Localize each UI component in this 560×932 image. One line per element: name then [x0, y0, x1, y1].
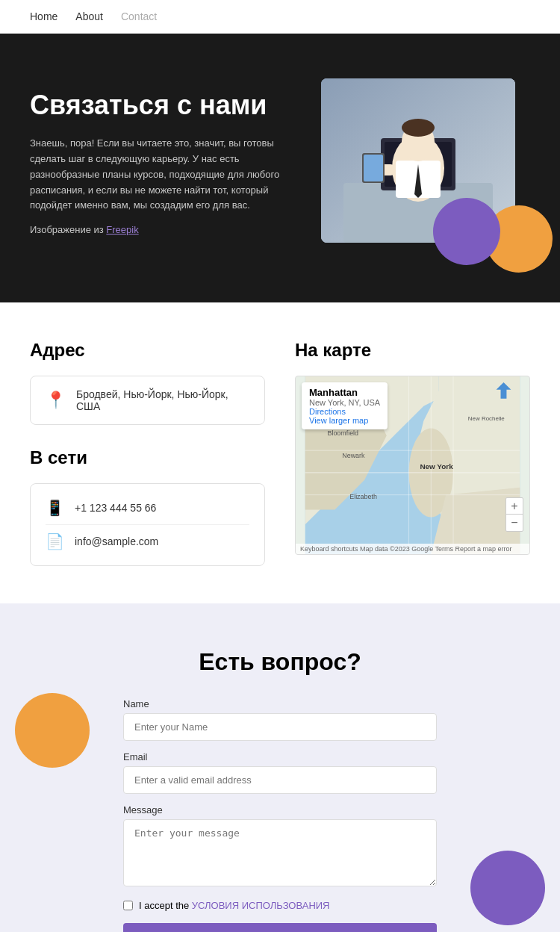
- network-title: В сети: [30, 447, 265, 468]
- hero-body: Знаешь, пора! Если вы читаете это, значи…: [30, 136, 291, 214]
- checkbox-label: I accept the УСЛОВИЯ ИСПОЛЬЗОВАНИЯ: [139, 900, 330, 911]
- hero-credit-prefix: Изображение из: [30, 224, 106, 235]
- network-box: 📱 +1 123 444 55 66 📄 info@sample.com: [30, 483, 265, 566]
- map-city: Manhattan: [309, 387, 380, 398]
- message-textarea[interactable]: [123, 819, 437, 886]
- nav-about[interactable]: About: [75, 10, 103, 22]
- phone-item: 📱 +1 123 444 55 66: [46, 491, 249, 525]
- map-zoom-controls[interactable]: + −: [505, 497, 523, 532]
- email-item: 📄 info@sample.com: [46, 525, 249, 558]
- map-info-box: Manhattan New York, NY, USA Directions V…: [302, 382, 388, 429]
- name-label: Name: [123, 698, 437, 709]
- address-box: 📍 Бродвей, Нью-Йорк, Нью-Йорк, США: [30, 376, 265, 425]
- nav-home[interactable]: Home: [30, 10, 57, 22]
- name-group: Name: [123, 698, 437, 741]
- email-group: Email: [123, 751, 437, 794]
- nav-contact[interactable]: Contact: [121, 10, 157, 22]
- hero-credit: Изображение из Freepik: [30, 223, 291, 238]
- submit-button[interactable]: ПРЕДСТАВЛЯТЬ НА РАССМОТРЕНИЕ: [123, 923, 437, 932]
- form-container: Name Email Message I accept the УСЛОВИЯ …: [123, 698, 437, 932]
- message-label: Message: [123, 804, 437, 816]
- hero-left: Связаться с нами Знаешь, пора! Если вы ч…: [30, 89, 291, 247]
- hero-right: [321, 78, 530, 258]
- contact-left: Адрес 📍 Бродвей, Нью-Йорк, Нью-Йорк, США…: [30, 340, 265, 566]
- freepik-link[interactable]: Freepik: [106, 224, 138, 235]
- zoom-in-button[interactable]: +: [506, 498, 523, 515]
- contact-section: Адрес 📍 Бродвей, Нью-Йорк, Нью-Йорк, США…: [0, 302, 560, 603]
- form-section: Есть вопрос? Name Email Message I accept…: [0, 603, 560, 932]
- address-title: Адрес: [30, 340, 265, 361]
- svg-text:New Rochelle: New Rochelle: [468, 416, 505, 423]
- map-title: На карте: [295, 340, 530, 361]
- message-group: Message: [123, 804, 437, 889]
- form-title: Есть вопрос?: [30, 648, 530, 676]
- email-value: info@sample.com: [75, 535, 158, 547]
- map-state: New York, NY, USA: [309, 398, 380, 407]
- address-value: Бродвей, Нью-Йорк, Нью-Йорк, США: [76, 388, 249, 412]
- navigation: Home About Contact: [0, 0, 560, 34]
- email-icon: 📄: [46, 532, 64, 550]
- svg-text:Elizabeth: Elizabeth: [349, 493, 377, 500]
- svg-rect-12: [364, 155, 383, 181]
- location-icon: 📍: [46, 391, 66, 410]
- checkbox-prefix: I accept the: [139, 900, 192, 911]
- hero-circle-purple: [433, 198, 500, 265]
- map-directions-link[interactable]: Directions: [309, 407, 380, 416]
- contact-right: На карте: [295, 340, 530, 566]
- hero-title: Связаться с нами: [30, 89, 291, 121]
- name-input[interactable]: [123, 713, 437, 741]
- svg-text:Bloomfield: Bloomfield: [327, 429, 358, 437]
- phone-value: +1 123 444 55 66: [75, 502, 156, 514]
- zoom-out-button[interactable]: −: [506, 515, 523, 531]
- phone-icon: 📱: [46, 499, 64, 517]
- form-circle-orange: [15, 693, 90, 768]
- terms-checkbox[interactable]: [123, 901, 133, 910]
- terms-link[interactable]: УСЛОВИЯ ИСПОЛЬЗОВАНИЯ: [192, 900, 330, 911]
- hero-section: Связаться с нами Знаешь, пора! Если вы ч…: [0, 34, 560, 302]
- form-circle-purple: [470, 851, 545, 925]
- svg-text:New York: New York: [420, 462, 453, 470]
- map-view-larger-link[interactable]: View larger map: [309, 416, 380, 425]
- email-label: Email: [123, 751, 437, 762]
- email-input[interactable]: [123, 766, 437, 794]
- terms-checkbox-group: I accept the УСЛОВИЯ ИСПОЛЬЗОВАНИЯ: [123, 900, 437, 911]
- svg-text:Newark: Newark: [342, 452, 365, 459]
- map-container: New York Newark Bloomfield Elizabeth New…: [295, 376, 530, 555]
- svg-point-9: [402, 119, 435, 137]
- map-footer: Keyboard shortcuts Map data ©2023 Google…: [296, 544, 529, 554]
